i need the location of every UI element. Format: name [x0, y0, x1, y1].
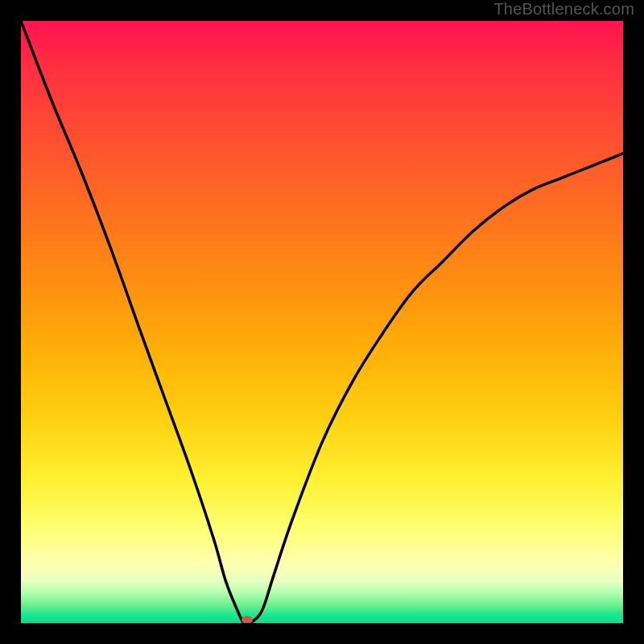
curve-svg: [21, 21, 623, 623]
chart-frame: TheBottleneck.com: [0, 0, 644, 644]
curve-path: [21, 21, 623, 623]
watermark-text: TheBottleneck.com: [493, 0, 634, 19]
minimum-marker: [242, 616, 253, 623]
plot-area: [21, 21, 623, 623]
